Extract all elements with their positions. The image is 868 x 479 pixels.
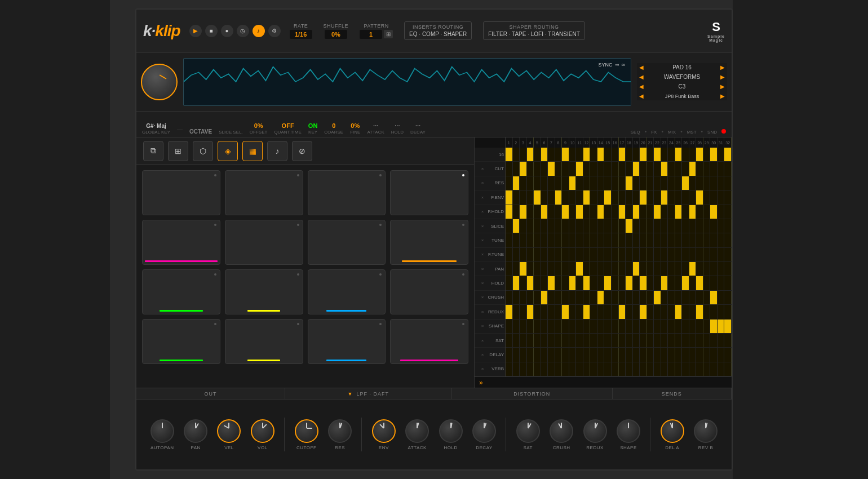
- seq-cell-2-0[interactable]: [506, 176, 513, 190]
- seq-cell-13-17[interactable]: [626, 334, 633, 347]
- seq-cell-2-20[interactable]: [647, 176, 654, 190]
- seq-cell-12-27[interactable]: [696, 320, 703, 333]
- seq-cell-13-7[interactable]: [555, 334, 563, 347]
- seq-cell-12-22[interactable]: [661, 320, 668, 333]
- seq-cell-9-28[interactable]: [703, 276, 711, 290]
- seq-cell-14-11[interactable]: [583, 348, 591, 361]
- seq-cell-7-15[interactable]: [612, 248, 619, 261]
- seq-cell-1-6[interactable]: [548, 162, 555, 175]
- seq-scroll-right[interactable]: »: [479, 379, 483, 387]
- seq-cell-10-22[interactable]: [661, 291, 668, 304]
- seq-cell-8-7[interactable]: [555, 262, 563, 276]
- note-next-arrow[interactable]: ▶: [720, 83, 725, 90]
- seq-cell-9-15[interactable]: [612, 276, 619, 290]
- knob-rev-b[interactable]: [694, 419, 718, 443]
- seq-cell-5-31[interactable]: [724, 219, 732, 233]
- seq-cell-14-28[interactable]: [703, 348, 711, 361]
- seq-cell-12-13[interactable]: [597, 320, 605, 333]
- seq-cell-15-14[interactable]: [604, 362, 612, 376]
- seq-cell-6-9[interactable]: [569, 233, 577, 247]
- seq-cell-2-1[interactable]: [513, 176, 520, 190]
- seq-cell-0-28[interactable]: [703, 148, 711, 161]
- seq-cell-5-5[interactable]: [541, 219, 548, 233]
- record-button[interactable]: ●: [221, 25, 233, 37]
- seq-cell-14-15[interactable]: [612, 348, 619, 361]
- seq-cell-13-11[interactable]: [583, 334, 591, 347]
- seq-cell-9-10[interactable]: [576, 276, 583, 290]
- seq-cell-2-7[interactable]: [555, 176, 563, 190]
- seq-cell-7-20[interactable]: [647, 248, 654, 261]
- seq-cell-2-30[interactable]: [718, 176, 725, 190]
- seq-cell-3-28[interactable]: [703, 190, 711, 204]
- seq-cell-7-3[interactable]: [527, 248, 534, 261]
- seq-cell-5-25[interactable]: [682, 219, 689, 233]
- seq-cell-7-1[interactable]: [513, 248, 520, 261]
- seq-cell-7-12[interactable]: [590, 248, 597, 261]
- seq-cell-0-12[interactable]: [590, 148, 597, 161]
- seq-cell-2-21[interactable]: [654, 176, 661, 190]
- seq-cell-3-13[interactable]: [597, 190, 605, 204]
- seq-cell-10-28[interactable]: [703, 291, 711, 304]
- seq-x-btn-10[interactable]: ×: [479, 295, 486, 300]
- seq-cell-11-13[interactable]: [597, 305, 605, 318]
- seq-cell-7-29[interactable]: [710, 248, 718, 261]
- seq-cell-6-14[interactable]: [604, 233, 612, 247]
- octave-param[interactable]: OCTAVE: [189, 128, 212, 135]
- seq-cell-14-29[interactable]: [710, 348, 718, 361]
- seq-cell-5-27[interactable]: [696, 219, 703, 233]
- seq-cell-3-21[interactable]: [654, 190, 661, 204]
- seq-cell-14-18[interactable]: [633, 348, 640, 361]
- seq-cell-6-31[interactable]: [724, 233, 732, 247]
- seq-cell-0-17[interactable]: [626, 148, 633, 161]
- seq-cell-5-3[interactable]: [527, 219, 534, 233]
- seq-cell-14-4[interactable]: [534, 348, 541, 361]
- seq-cell-9-13[interactable]: [597, 276, 605, 290]
- seq-cell-7-7[interactable]: [555, 248, 563, 261]
- seq-cell-15-2[interactable]: [520, 362, 527, 376]
- seq-cell-0-18[interactable]: [633, 148, 640, 161]
- seq-cell-13-19[interactable]: [640, 334, 647, 347]
- seq-cell-10-18[interactable]: [633, 291, 640, 304]
- seq-cell-7-27[interactable]: [696, 248, 703, 261]
- seq-cell-8-17[interactable]: [626, 262, 633, 276]
- seq-cell-3-18[interactable]: [633, 190, 640, 204]
- slice-sel-param[interactable]: SLICE SEL.: [219, 130, 243, 135]
- seq-cell-0-27[interactable]: [696, 148, 703, 161]
- seq-cell-13-29[interactable]: [710, 334, 718, 347]
- seq-cell-12-12[interactable]: [590, 320, 597, 333]
- knob-decay[interactable]: [472, 419, 496, 443]
- seq-cell-5-22[interactable]: [661, 219, 668, 233]
- seq-cell-1-8[interactable]: [562, 162, 569, 175]
- note-tool-button[interactable]: ♪: [267, 141, 287, 161]
- seq-cell-4-8[interactable]: [562, 205, 569, 219]
- seq-cell-7-22[interactable]: [661, 248, 668, 261]
- seq-cell-5-11[interactable]: [583, 219, 591, 233]
- seq-cell-12-3[interactable]: [527, 320, 534, 333]
- seq-cell-11-7[interactable]: [555, 305, 563, 318]
- seq-cell-7-19[interactable]: [640, 248, 647, 261]
- seq-cell-5-2[interactable]: [520, 219, 527, 233]
- preset-pad-row[interactable]: ◀ PAD 16 ▶: [637, 63, 727, 72]
- seq-cell-10-15[interactable]: [612, 291, 619, 304]
- seq-cell-9-6[interactable]: [548, 276, 555, 290]
- seq-cell-1-7[interactable]: [555, 162, 563, 175]
- pad-prev-arrow[interactable]: ◀: [639, 64, 644, 70]
- seq-cell-3-31[interactable]: [724, 190, 732, 204]
- seq-cell-4-20[interactable]: [647, 205, 654, 219]
- seq-cell-9-3[interactable]: [527, 276, 534, 290]
- seq-cell-9-7[interactable]: [555, 276, 563, 290]
- seq-cell-13-10[interactable]: [576, 334, 583, 347]
- seq-cell-11-30[interactable]: [718, 305, 725, 318]
- seq-cell-2-5[interactable]: [541, 176, 548, 190]
- seq-cell-10-14[interactable]: [604, 291, 612, 304]
- seq-cell-4-5[interactable]: [541, 205, 548, 219]
- seq-cell-10-3[interactable]: [527, 291, 534, 304]
- seq-cell-4-19[interactable]: [640, 205, 647, 219]
- seq-cell-0-16[interactable]: [619, 148, 626, 161]
- seq-x-btn-7[interactable]: ×: [479, 252, 486, 257]
- seq-cell-12-4[interactable]: [534, 320, 541, 333]
- seq-cell-4-3[interactable]: [527, 205, 534, 219]
- knob-cutoff[interactable]: [295, 419, 318, 443]
- pad-3-2[interactable]: [225, 269, 303, 314]
- seq-cell-1-1[interactable]: [513, 162, 520, 175]
